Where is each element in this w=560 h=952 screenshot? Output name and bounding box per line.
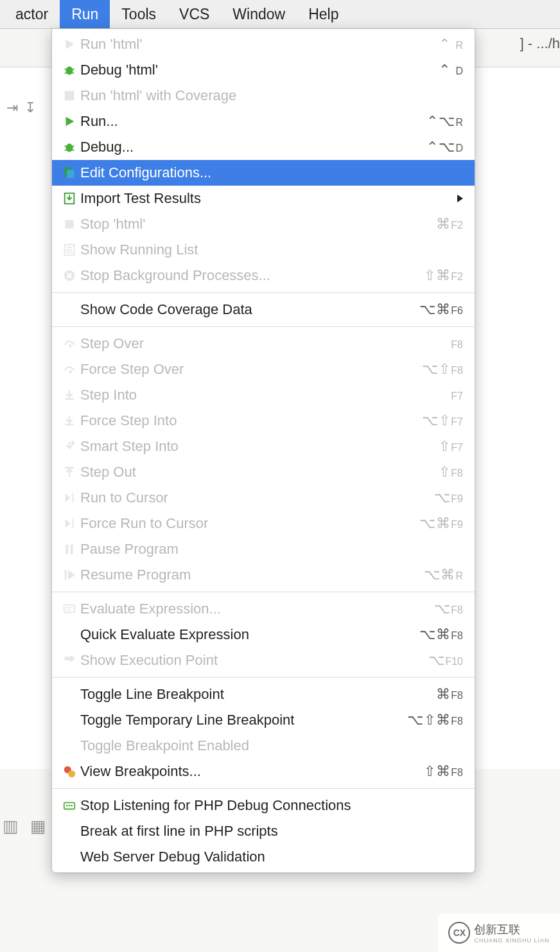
menu-item-toggle-temporary-line-breakpoint[interactable]: Toggle Temporary Line Breakpoint⌥⇧⌘F8 bbox=[52, 707, 475, 733]
menu-window[interactable]: Window bbox=[221, 0, 297, 28]
menu-item-label: Run... bbox=[80, 113, 426, 130]
svg-point-38 bbox=[71, 805, 73, 807]
force-run-to-cursor-icon bbox=[58, 516, 80, 531]
svg-point-34 bbox=[68, 770, 75, 777]
svg-rect-28 bbox=[71, 545, 73, 554]
resume-icon bbox=[58, 568, 80, 582]
stop-icon bbox=[58, 217, 80, 231]
menu-item-shortcut: ⌥F9 bbox=[434, 489, 463, 506]
window-title-fragment: ] - .../h bbox=[520, 35, 560, 52]
menu-item-shortcut: F7 bbox=[451, 387, 463, 403]
menu-item-label: Show Running List bbox=[80, 242, 463, 258]
menu-item-force-step-into: Force Step Into⌥⇧F7 bbox=[52, 408, 475, 434]
menu-item-view-breakpoints[interactable]: View Breakpoints...⇧⌘F8 bbox=[52, 759, 475, 784]
svg-rect-5 bbox=[65, 91, 74, 101]
menu-item-run-html-with-coverage: Run 'html' with Coverage bbox=[52, 83, 475, 109]
menu-item-toggle-breakpoint-enabled: Toggle Breakpoint Enabled bbox=[52, 733, 475, 759]
menu-item-label: Run 'html' bbox=[80, 36, 439, 53]
bug-icon bbox=[58, 140, 80, 154]
menu-item-label: Break at first line in PHP scripts bbox=[80, 823, 463, 840]
evaluate-icon bbox=[58, 602, 80, 616]
left-gutter-icons: ⇥ ↧ bbox=[0, 100, 51, 125]
svg-point-0 bbox=[66, 67, 73, 75]
import-icon bbox=[58, 191, 80, 206]
svg-point-7 bbox=[66, 144, 73, 152]
menu-item-step-over: Step OverF8 bbox=[52, 331, 475, 357]
menu-item-shortcut: ⌥F8 bbox=[434, 601, 463, 617]
svg-point-23 bbox=[71, 441, 75, 445]
menu-item-label: Evaluate Expression... bbox=[80, 601, 434, 617]
play-icon bbox=[58, 114, 80, 128]
run-dropdown: Run 'html'⌃ RDebug 'html'⌃ DRun 'html' w… bbox=[51, 29, 475, 873]
menu-item-pause-program: Pause Program bbox=[52, 536, 475, 562]
menu-item-break-at-first-line-in-php-scripts[interactable]: Break at first line in PHP scripts bbox=[52, 818, 475, 844]
menu-item-debug-html[interactable]: Debug 'html'⌃ D bbox=[52, 57, 475, 83]
bottom-gutter-icons: ▥ ▦ bbox=[3, 816, 46, 836]
menu-tools[interactable]: Tools bbox=[110, 0, 168, 28]
bug-icon bbox=[58, 63, 80, 77]
svg-line-10 bbox=[65, 150, 67, 151]
menu-item-evaluate-expression: Evaluate Expression...⌥F8 bbox=[52, 596, 475, 622]
menu-item-step-into: Step IntoF7 bbox=[52, 382, 475, 408]
svg-rect-30 bbox=[64, 605, 75, 613]
menu-item-import-test-results[interactable]: Import Test Results bbox=[52, 186, 475, 211]
svg-rect-21 bbox=[66, 398, 74, 400]
menu-item-label: Run to Cursor bbox=[80, 489, 434, 506]
menu-item-edit-configurations[interactable]: Edit Configurations... bbox=[52, 160, 475, 186]
menu-item-label: Toggle Breakpoint Enabled bbox=[80, 737, 463, 754]
menubar: actor Run Tools VCS Window Help bbox=[0, 0, 560, 29]
menu-item-label: Step Into bbox=[80, 387, 451, 403]
menu-item-label: Show Execution Point bbox=[80, 652, 428, 669]
menu-item-show-running-list: Show Running List bbox=[52, 237, 475, 263]
menu-item-label: Toggle Line Breakpoint bbox=[80, 686, 436, 703]
menu-item-shortcut: ⌥⌘F6 bbox=[419, 301, 463, 318]
menu-item-label: Debug 'html' bbox=[80, 62, 439, 78]
menu-item-label: Step Out bbox=[80, 464, 439, 480]
menu-help[interactable]: Help bbox=[297, 0, 350, 28]
coverage-icon bbox=[58, 89, 80, 103]
menu-item-shortcut: ⌘F2 bbox=[436, 216, 463, 233]
menu-item-shortcut: ⇧⌘F2 bbox=[424, 267, 463, 284]
menu-item-shortcut: ⌥⇧F7 bbox=[422, 412, 463, 429]
svg-point-36 bbox=[66, 805, 68, 807]
menu-item-shortcut: ⌘F8 bbox=[436, 686, 463, 703]
menu-item-debug[interactable]: Debug...⌃⌥D bbox=[52, 134, 475, 160]
menu-item-smart-step-into: Smart Step Into⇧F7 bbox=[52, 434, 475, 459]
svg-line-11 bbox=[72, 150, 74, 151]
menu-separator bbox=[52, 677, 475, 678]
menu-vcs[interactable]: VCS bbox=[168, 0, 221, 28]
menu-item-label: Pause Program bbox=[80, 541, 463, 558]
step-over-icon bbox=[58, 337, 80, 351]
menu-item-shortcut: ⇧⌘F8 bbox=[424, 763, 463, 780]
menu-item-stop-listening-for-php-debug-connections[interactable]: Stop Listening for PHP Debug Connections bbox=[52, 793, 475, 818]
svg-line-4 bbox=[72, 73, 74, 74]
menu-item-quick-evaluate-expression[interactable]: Quick Evaluate Expression⌥⌘F8 bbox=[52, 622, 475, 648]
menu-item-toggle-line-breakpoint[interactable]: Toggle Line Breakpoint⌘F8 bbox=[52, 682, 475, 707]
menu-item-label: Force Step Into bbox=[80, 412, 422, 429]
force-step-into-icon bbox=[58, 414, 80, 428]
menu-item-label: Run 'html' with Coverage bbox=[80, 87, 463, 104]
menu-item-shortcut: ⌥⌘F9 bbox=[419, 515, 463, 532]
gutter-icon-2: ↧ bbox=[24, 100, 36, 125]
php-listen-icon bbox=[58, 798, 80, 813]
menu-item-label: Import Test Results bbox=[80, 190, 457, 207]
layout-icon-1: ▥ bbox=[3, 816, 19, 836]
menu-item-show-code-coverage-data[interactable]: Show Code Coverage Data⌥⌘F6 bbox=[52, 297, 475, 322]
menu-refactor[interactable]: actor bbox=[4, 0, 60, 28]
menu-item-shortcut: ⌥⇧⌘F8 bbox=[407, 712, 463, 728]
step-out-icon bbox=[58, 465, 80, 479]
menu-item-shortcut: F8 bbox=[451, 335, 463, 352]
menu-item-label: Smart Step Into bbox=[80, 438, 439, 455]
menu-item-run[interactable]: Run...⌃⌥R bbox=[52, 109, 475, 134]
menu-item-stop-html: Stop 'html'⌘F2 bbox=[52, 211, 475, 237]
exec-point-icon bbox=[58, 653, 80, 667]
menu-item-shortcut: ⌃ R bbox=[439, 36, 463, 53]
svg-rect-27 bbox=[66, 545, 69, 554]
gutter-icon-1: ⇥ bbox=[6, 100, 18, 125]
stop-circle-icon bbox=[58, 269, 80, 283]
menu-item-run-to-cursor: Run to Cursor⌥F9 bbox=[52, 485, 475, 511]
menu-run[interactable]: Run bbox=[60, 0, 110, 28]
svg-rect-22 bbox=[66, 424, 74, 426]
svg-point-37 bbox=[69, 805, 71, 807]
menu-item-web-server-debug-validation[interactable]: Web Server Debug Validation bbox=[52, 844, 475, 870]
